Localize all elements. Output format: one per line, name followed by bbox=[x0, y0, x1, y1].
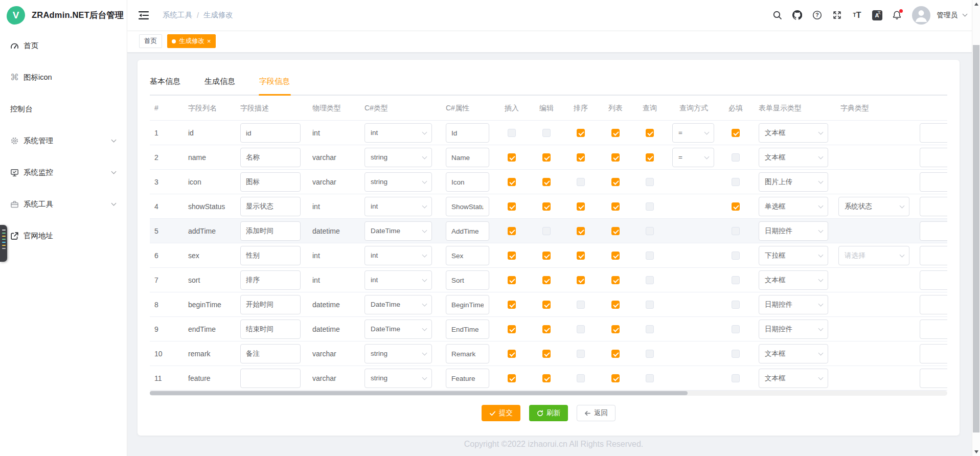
sidebar-item-system-admin[interactable]: 系统管理 bbox=[0, 126, 127, 155]
form-type-select[interactable]: 下拉框 bbox=[759, 246, 828, 265]
list-checkbox[interactable] bbox=[611, 178, 620, 186]
column-desc-input[interactable] bbox=[241, 173, 300, 191]
csharp-attr-input[interactable] bbox=[446, 320, 489, 338]
column-desc-input[interactable] bbox=[241, 124, 300, 142]
form-type-select[interactable]: 日期控件 bbox=[759, 320, 828, 339]
column-desc-input[interactable] bbox=[241, 246, 300, 265]
query-checkbox[interactable] bbox=[646, 374, 654, 382]
horizontal-scrollbar[interactable] bbox=[150, 391, 947, 396]
required-checkbox[interactable] bbox=[732, 276, 740, 284]
github-icon[interactable] bbox=[792, 10, 803, 20]
bell-icon[interactable] bbox=[892, 10, 902, 20]
list-checkbox[interactable] bbox=[611, 202, 620, 211]
list-checkbox[interactable] bbox=[611, 325, 620, 333]
query-checkbox[interactable] bbox=[646, 227, 654, 235]
form-type-select[interactable]: 单选框 bbox=[759, 197, 828, 216]
vertical-scrollbar-thumb[interactable] bbox=[973, 45, 979, 432]
chevron-down-icon[interactable] bbox=[963, 12, 968, 17]
sidebar-item-console[interactable]: 控制台 bbox=[0, 95, 127, 123]
form-type-select[interactable]: 文本框 bbox=[759, 270, 828, 290]
insert-checkbox[interactable] bbox=[508, 202, 516, 211]
required-checkbox[interactable] bbox=[732, 202, 740, 211]
csharp-attr-input[interactable] bbox=[446, 271, 489, 289]
extra-input[interactable] bbox=[920, 173, 947, 191]
edit-checkbox[interactable] bbox=[542, 301, 551, 309]
list-checkbox[interactable] bbox=[611, 252, 620, 260]
vertical-scrollbar[interactable] bbox=[972, 0, 980, 456]
breadcrumb-item[interactable]: 系统工具 bbox=[163, 10, 192, 20]
extra-input[interactable] bbox=[920, 197, 947, 216]
font-size-icon[interactable]: TT bbox=[852, 10, 862, 20]
form-type-select[interactable]: 文本框 bbox=[759, 148, 828, 167]
insert-checkbox[interactable] bbox=[508, 301, 516, 309]
theme-panel-handle[interactable] bbox=[0, 225, 7, 262]
csharp-type-select[interactable]: string bbox=[364, 172, 432, 192]
list-checkbox[interactable] bbox=[611, 350, 620, 358]
form-type-select[interactable]: 文本框 bbox=[759, 344, 828, 363]
insert-checkbox[interactable] bbox=[508, 350, 516, 358]
insert-checkbox[interactable] bbox=[508, 325, 516, 333]
insert-checkbox[interactable] bbox=[508, 178, 516, 186]
csharp-type-select[interactable]: string bbox=[364, 344, 432, 363]
csharp-attr-input[interactable] bbox=[446, 345, 489, 363]
tag-generate-edit[interactable]: 生成修改 × bbox=[167, 34, 216, 48]
csharp-type-select[interactable]: int bbox=[364, 123, 432, 143]
extra-input[interactable] bbox=[920, 148, 947, 167]
list-checkbox[interactable] bbox=[611, 276, 620, 284]
avatar[interactable] bbox=[912, 6, 930, 25]
sort-checkbox[interactable] bbox=[577, 325, 585, 333]
edit-checkbox[interactable] bbox=[542, 276, 551, 284]
list-checkbox[interactable] bbox=[611, 129, 620, 137]
extra-input[interactable] bbox=[920, 345, 947, 363]
form-type-select[interactable]: 文本框 bbox=[759, 123, 828, 143]
csharp-type-select[interactable]: DateTime bbox=[364, 320, 432, 339]
sort-checkbox[interactable] bbox=[577, 153, 585, 162]
insert-checkbox[interactable] bbox=[508, 129, 516, 137]
csharp-type-select[interactable]: string bbox=[364, 369, 432, 388]
edit-checkbox[interactable] bbox=[542, 350, 551, 358]
query-checkbox[interactable] bbox=[646, 153, 654, 162]
csharp-attr-input[interactable] bbox=[446, 197, 489, 216]
required-checkbox[interactable] bbox=[732, 153, 740, 162]
required-checkbox[interactable] bbox=[732, 374, 740, 382]
sort-checkbox[interactable] bbox=[577, 178, 585, 186]
list-checkbox[interactable] bbox=[611, 153, 620, 162]
sidebar-item-icons[interactable]: ⌘ 图标icon bbox=[0, 63, 127, 92]
query-mode-select[interactable]: = bbox=[672, 148, 714, 167]
sidebar-item-home[interactable]: 首页 bbox=[0, 31, 127, 60]
list-checkbox[interactable] bbox=[611, 301, 620, 309]
query-checkbox[interactable] bbox=[646, 276, 654, 284]
query-checkbox[interactable] bbox=[646, 252, 654, 260]
csharp-attr-input[interactable] bbox=[446, 148, 489, 167]
query-checkbox[interactable] bbox=[646, 301, 654, 309]
sort-checkbox[interactable] bbox=[577, 301, 585, 309]
translate-icon[interactable]: A文 bbox=[872, 10, 882, 20]
column-desc-input[interactable] bbox=[241, 369, 300, 387]
sort-checkbox[interactable] bbox=[577, 227, 585, 235]
sort-checkbox[interactable] bbox=[577, 129, 585, 137]
edit-checkbox[interactable] bbox=[542, 178, 551, 186]
csharp-type-select[interactable]: int bbox=[364, 197, 432, 216]
csharp-attr-input[interactable] bbox=[446, 173, 489, 191]
tab-generate-info[interactable]: 生成信息 bbox=[204, 72, 235, 95]
back-button[interactable]: 返回 bbox=[577, 405, 616, 421]
extra-input[interactable] bbox=[920, 295, 947, 314]
list-checkbox[interactable] bbox=[611, 227, 620, 235]
extra-input[interactable] bbox=[920, 246, 947, 265]
csharp-type-select[interactable]: int bbox=[364, 246, 432, 265]
tab-basic-info[interactable]: 基本信息 bbox=[150, 72, 180, 95]
edit-checkbox[interactable] bbox=[542, 202, 551, 211]
tag-home[interactable]: 首页 bbox=[139, 34, 162, 48]
list-checkbox[interactable] bbox=[611, 374, 620, 382]
edit-checkbox[interactable] bbox=[542, 374, 551, 382]
csharp-type-select[interactable]: int bbox=[364, 270, 432, 290]
edit-checkbox[interactable] bbox=[542, 252, 551, 260]
column-desc-input[interactable] bbox=[241, 295, 300, 314]
query-checkbox[interactable] bbox=[646, 178, 654, 186]
sort-checkbox[interactable] bbox=[577, 276, 585, 284]
extra-input[interactable] bbox=[920, 222, 947, 240]
insert-checkbox[interactable] bbox=[508, 227, 516, 235]
insert-checkbox[interactable] bbox=[508, 374, 516, 382]
help-icon[interactable]: ? bbox=[812, 10, 823, 20]
query-checkbox[interactable] bbox=[646, 350, 654, 358]
